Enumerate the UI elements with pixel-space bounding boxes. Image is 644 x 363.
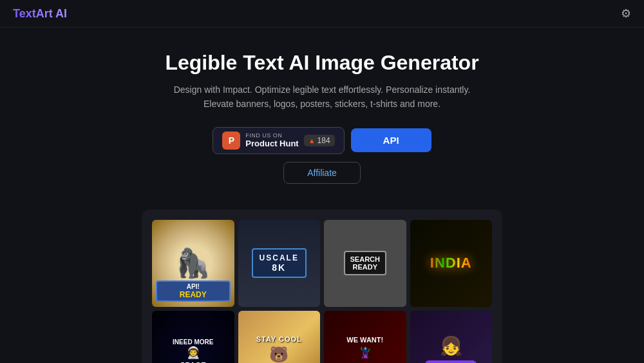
gallery-image-1[interactable]: 🦍 API! READY [152,220,234,307]
settings-button[interactable]: ⚙ [621,6,631,21]
ready-text-2: READY [350,263,380,271]
product-hunt-count: ▲ 184 [304,135,335,146]
product-hunt-button[interactable]: P FIND US ON Product Hunt ▲ 184 [213,127,344,154]
8k-text: 8K [260,262,299,273]
affiliate-button[interactable]: Affiliate [283,162,361,184]
gallery-image-4[interactable]: INDIA [410,220,493,307]
ready-text: READY [160,290,227,299]
astronaut-icon: 👨‍🚀 [186,346,200,360]
product-hunt-icon: P [222,132,240,150]
character-icon: 👧 [440,335,462,357]
affiliate-row: Affiliate [13,162,631,184]
ph-name: Product Hunt [245,139,298,148]
gallery-image-6[interactable]: STAY COOL 🐻 Stay y Cool [238,311,321,363]
gallery-card: 🦍 API! READY USCALE 8K [142,210,502,363]
hero-title: Legible Text AI Image Generator [13,51,631,75]
product-hunt-text: FIND US ON Product Hunt [245,132,298,148]
deadpool-icon: 🦹 [358,346,372,360]
app-logo: TextArt AI [13,7,67,21]
ph-label: FIND US ON [245,132,282,139]
gallery-image-2[interactable]: USCALE 8K [238,220,321,307]
bear-icon: 🐻 [269,346,289,363]
vote-text: VOTE NOW [425,360,477,363]
wewant-text: WE WANT! [346,336,383,344]
india-text: INDIA [430,255,472,271]
stay-text: STAY COOL [256,335,302,343]
ineed-text: INEED MORE [173,338,213,346]
ph-arrow-icon: ▲ [308,137,316,144]
gallery-image-7[interactable]: WE WANT! 🦹 DELETE! [324,311,406,363]
uscale-text: USCALE [260,253,299,262]
cta-buttons-row: P FIND US ON Product Hunt ▲ 184 API [13,127,631,154]
gear-icon: ⚙ [621,7,631,20]
search-text: SEARCH [350,255,380,263]
gallery-image-3[interactable]: SEARCH READY [324,220,406,307]
hero-section: Legible Text AI Image Generator Design w… [0,28,644,210]
api-text: API! [160,283,227,290]
image-grid: 🦍 API! READY USCALE 8K [152,220,492,363]
hero-subtitle: Design with Impact. Optimize legible tex… [167,83,477,112]
gallery-image-5[interactable]: INEED MORE 👨‍🚀 SPACE [152,311,234,363]
gallery-image-8[interactable]: 👧 VOTE NOW [410,311,493,363]
app-header: TextArt AI ⚙ [0,0,644,28]
ph-count-value: 184 [317,136,330,145]
api-button[interactable]: API [351,128,431,152]
